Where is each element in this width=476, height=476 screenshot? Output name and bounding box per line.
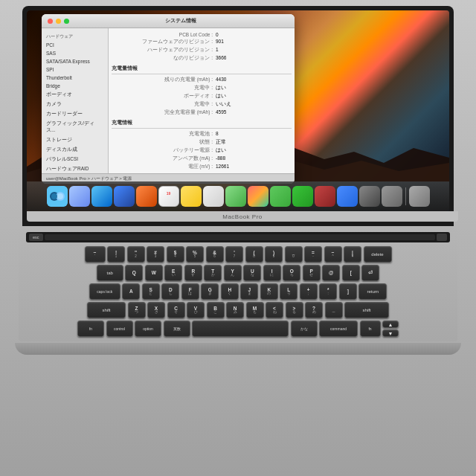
sidebar-item-camera[interactable]: カメラ bbox=[42, 100, 108, 109]
key-h[interactable]: Hく bbox=[221, 283, 239, 300]
key-l[interactable]: Lり bbox=[280, 283, 298, 300]
dock-icon-maps[interactable] bbox=[225, 186, 246, 207]
sidebar-item-pci[interactable]: PCI bbox=[42, 41, 108, 49]
key-q[interactable]: Q bbox=[125, 265, 143, 281]
key-space[interactable] bbox=[192, 321, 289, 337]
key-7[interactable]: '7 bbox=[225, 246, 243, 263]
touch-bar-display[interactable] bbox=[45, 234, 435, 240]
key-minus[interactable]: =- bbox=[304, 246, 322, 263]
key-kana[interactable]: かな bbox=[291, 321, 318, 337]
key-f[interactable]: Fは bbox=[181, 283, 199, 300]
key-j[interactable]: Jま bbox=[240, 283, 258, 300]
key-4[interactable]: $4 bbox=[167, 246, 184, 263]
key-z[interactable]: Zつ bbox=[128, 302, 146, 318]
key-v[interactable]: Vひ bbox=[187, 302, 205, 318]
key-eigo[interactable]: 英数 bbox=[164, 321, 190, 337]
sidebar-item-spi[interactable]: SPI bbox=[42, 65, 108, 74]
close-button[interactable] bbox=[48, 19, 53, 24]
dock-icon-appstore[interactable] bbox=[337, 186, 358, 207]
sidebar-item-bridge[interactable]: Bridge bbox=[42, 82, 108, 90]
sidebar-item-diskal[interactable]: ディスカル成 bbox=[42, 145, 108, 155]
key-m[interactable]: Mも bbox=[246, 302, 264, 318]
key-3[interactable]: #3 bbox=[147, 246, 164, 263]
key-o[interactable]: Oら bbox=[283, 265, 300, 281]
key-6[interactable]: &6 bbox=[206, 246, 224, 263]
key-0[interactable]: _0 bbox=[285, 246, 303, 263]
dock-icon-photos[interactable] bbox=[248, 186, 268, 207]
dock-icon-messages[interactable] bbox=[270, 186, 291, 207]
dock-icon-itunes[interactable] bbox=[315, 186, 335, 207]
key-b[interactable]: Bこ bbox=[207, 302, 225, 318]
key-return-top[interactable]: ⏎ bbox=[361, 265, 379, 281]
sidebar-item-storage[interactable]: ストレージ bbox=[42, 135, 108, 145]
key-c[interactable]: Cそ bbox=[167, 302, 185, 318]
dock-icon-contacts[interactable] bbox=[91, 186, 112, 207]
key-fn[interactable]: fn bbox=[77, 321, 104, 337]
key-backslash[interactable]: _ bbox=[325, 302, 343, 318]
key-option-left[interactable]: option bbox=[135, 321, 161, 337]
key-semicolon[interactable]: +; bbox=[300, 283, 318, 300]
key-9[interactable]: )9 bbox=[265, 246, 283, 263]
key-2[interactable]: "2 bbox=[127, 246, 145, 263]
key-t[interactable]: Tか bbox=[204, 265, 222, 281]
key-arrow-down[interactable]: ▼ bbox=[382, 329, 399, 337]
key-k[interactable]: Kの bbox=[260, 283, 278, 300]
minimize-button[interactable] bbox=[56, 19, 61, 24]
touchbar-esc[interactable]: esc bbox=[29, 234, 43, 241]
key-shift-left[interactable]: shift bbox=[87, 302, 126, 318]
key-yen[interactable]: |¥ bbox=[344, 246, 361, 263]
dock-icon-facetime[interactable] bbox=[292, 186, 313, 207]
key-command-right[interactable]: command bbox=[319, 321, 358, 337]
key-period[interactable]: >る bbox=[286, 302, 303, 318]
key-u[interactable]: Uな bbox=[243, 265, 261, 281]
key-at[interactable]: @ bbox=[322, 265, 340, 281]
key-i[interactable]: Iに bbox=[263, 265, 281, 281]
key-bracket-l[interactable]: [ bbox=[342, 265, 360, 281]
key-1[interactable]: !1 bbox=[107, 246, 125, 263]
touch-bar-power[interactable] bbox=[437, 234, 447, 241]
key-w[interactable]: W bbox=[145, 265, 163, 281]
key-x[interactable]: Xさ bbox=[147, 302, 165, 318]
key-fn-right[interactable]: fn bbox=[360, 321, 381, 337]
key-5[interactable]: %5 bbox=[186, 246, 204, 263]
sidebar-item-graphics[interactable]: グラフィックス/ディス... bbox=[42, 119, 108, 135]
key-8[interactable]: (8 bbox=[245, 246, 263, 263]
key-r[interactable]: Rす bbox=[184, 265, 202, 281]
key-d[interactable]: Dし bbox=[161, 283, 179, 300]
key-y[interactable]: Yん bbox=[224, 265, 242, 281]
touch-bar[interactable]: esc bbox=[26, 232, 450, 242]
key-control[interactable]: control bbox=[106, 321, 133, 337]
sidebar-item-cardreader[interactable]: カードリーダー bbox=[42, 109, 108, 119]
key-shift-right[interactable]: shift bbox=[344, 302, 389, 318]
dock-icon-mail[interactable] bbox=[136, 186, 157, 207]
key-arrow-up[interactable]: ▲ bbox=[382, 321, 399, 328]
key-comma[interactable]: <ね bbox=[266, 302, 283, 318]
key-tab[interactable]: tab bbox=[97, 265, 123, 281]
dock-icon-trash[interactable] bbox=[409, 186, 430, 207]
key-return[interactable]: return bbox=[358, 283, 387, 300]
key-capslock[interactable]: caps lock bbox=[89, 283, 120, 300]
key-g[interactable]: Gき bbox=[201, 283, 219, 300]
dock-icon-safari[interactable] bbox=[114, 186, 135, 207]
sidebar-item-hwraid[interactable]: ハードウェアRAID bbox=[42, 164, 108, 173]
key-a[interactable]: A bbox=[122, 283, 140, 300]
key-hat[interactable]: ~^ bbox=[324, 246, 342, 263]
key-delete[interactable]: delete bbox=[364, 246, 392, 263]
key-p[interactable]: Pせ bbox=[303, 265, 321, 281]
key-s[interactable]: Sと bbox=[142, 283, 160, 300]
dock-icon-launchpad[interactable] bbox=[69, 186, 90, 207]
sidebar-item-sata[interactable]: SATA/SATA Express bbox=[42, 57, 108, 65]
dock-icon-calendar[interactable]: 19 bbox=[158, 186, 179, 207]
key-e[interactable]: Eい bbox=[164, 265, 182, 281]
key-colon[interactable]: *: bbox=[319, 283, 337, 300]
sidebar-item-thunderbolt[interactable]: Thunderbolt bbox=[42, 74, 108, 82]
dock-icon-reminders[interactable] bbox=[203, 186, 224, 207]
dock-icon-notes[interactable] bbox=[181, 186, 202, 207]
dock-icon-finder[interactable] bbox=[47, 186, 68, 207]
maximize-button[interactable] bbox=[64, 19, 69, 24]
key-bracket-r[interactable]: ] bbox=[339, 283, 357, 300]
key-slash[interactable]: ?め bbox=[305, 302, 323, 318]
key-grave[interactable]: ~` bbox=[85, 246, 106, 263]
dock-icon-preferences[interactable] bbox=[382, 186, 402, 207]
key-n[interactable]: Nみ bbox=[226, 302, 244, 318]
